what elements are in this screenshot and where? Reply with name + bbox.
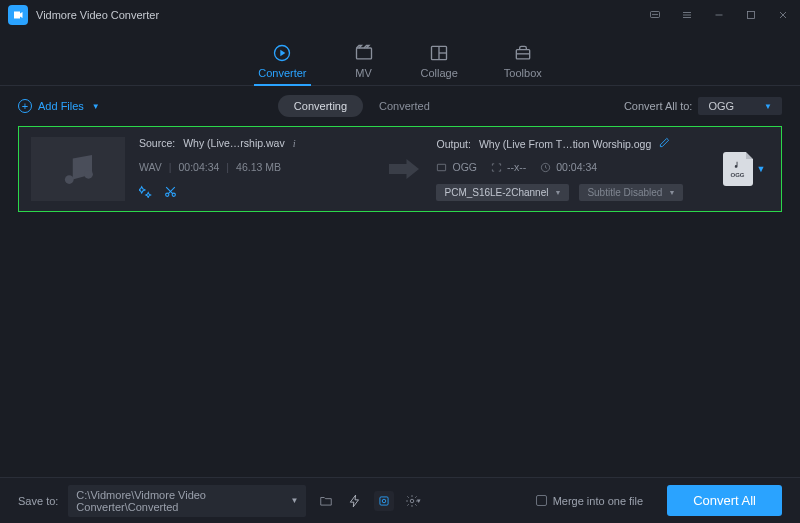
- output-format-chip: OGG: [436, 161, 477, 173]
- output-format-badge[interactable]: OGG: [723, 152, 753, 186]
- svg-point-28: [383, 499, 387, 503]
- collage-icon: [428, 42, 450, 64]
- format-ext: OGG: [731, 172, 745, 178]
- svg-point-1: [653, 14, 654, 15]
- enhance-icon[interactable]: [139, 185, 152, 201]
- tab-label: Toolbox: [504, 67, 542, 79]
- maximize-icon[interactable]: [742, 6, 760, 24]
- minimize-icon[interactable]: [710, 6, 728, 24]
- tab-mv[interactable]: MV: [353, 42, 375, 85]
- note-icon: [732, 160, 743, 171]
- svg-point-29: [411, 499, 415, 503]
- info-icon[interactable]: i: [293, 138, 296, 149]
- toolbox-icon: [512, 42, 534, 64]
- merge-label: Merge into one file: [553, 495, 644, 507]
- svg-rect-25: [438, 164, 446, 170]
- app-title: Vidmore Video Converter: [36, 9, 159, 21]
- format-column: OGG ▼: [719, 137, 769, 201]
- subtabs: Converting Converted: [278, 95, 446, 117]
- menu-icon[interactable]: [678, 6, 696, 24]
- edit-icon[interactable]: [659, 137, 670, 150]
- source-size: 46.13 MB: [236, 161, 281, 173]
- convert-all-button[interactable]: Convert All: [667, 485, 782, 516]
- chevron-down-icon: ▼: [668, 189, 675, 196]
- subtab-converted[interactable]: Converted: [363, 95, 446, 117]
- chevron-down-icon: ▼: [554, 189, 561, 196]
- output-column: Output: Why (Live From T…tion Worship.og…: [436, 137, 705, 201]
- footer: Save to: C:\Vidmore\Vidmore Video Conver…: [0, 477, 800, 523]
- add-files-button[interactable]: + Add Files ▼: [18, 99, 100, 113]
- svg-point-19: [65, 175, 74, 184]
- subtitle-select[interactable]: Subtitle Disabled ▼: [579, 184, 683, 201]
- gpu-icon[interactable]: [374, 491, 394, 511]
- music-note-icon: [57, 148, 99, 190]
- svg-marker-12: [281, 50, 286, 57]
- tab-collage[interactable]: Collage: [421, 42, 458, 85]
- tab-label: Converter: [258, 67, 306, 79]
- convert-all-label: Convert All to:: [624, 100, 692, 112]
- tab-label: Collage: [421, 67, 458, 79]
- file-card[interactable]: Source: Why (Live…rship.wav i WAV | 00:0…: [18, 126, 782, 212]
- main-nav: Converter MV Collage Toolbox: [0, 30, 800, 86]
- convert-all-value: OGG: [708, 100, 734, 112]
- source-filename: Why (Live…rship.wav: [183, 137, 285, 149]
- output-resolution-chip: --x--: [491, 161, 526, 173]
- merge-checkbox[interactable]: Merge into one file: [536, 495, 644, 507]
- hw-accel-off-icon[interactable]: [345, 491, 365, 511]
- tab-label: MV: [355, 67, 372, 79]
- output-duration: 00:04:34: [556, 161, 597, 173]
- svg-rect-8: [748, 12, 755, 19]
- source-format: WAV: [139, 161, 162, 173]
- output-format: OGG: [452, 161, 477, 173]
- settings-icon[interactable]: ▾: [403, 491, 423, 511]
- source-duration: 00:04:34: [178, 161, 219, 173]
- arrow-icon: [386, 137, 422, 201]
- save-path-select[interactable]: C:\Vidmore\Vidmore Video Converter\Conve…: [68, 485, 306, 517]
- chevron-down-icon: ▼: [92, 102, 100, 111]
- svg-rect-27: [380, 496, 388, 504]
- converter-icon: [271, 42, 293, 64]
- convert-all-to: Convert All to: OGG ▼: [624, 97, 782, 115]
- save-to-label: Save to:: [18, 495, 58, 507]
- add-files-label: Add Files: [38, 100, 84, 112]
- feedback-icon[interactable]: [646, 6, 664, 24]
- tab-converter[interactable]: Converter: [258, 42, 306, 85]
- source-label: Source:: [139, 137, 175, 149]
- subtab-converting[interactable]: Converting: [278, 95, 363, 117]
- mv-icon: [353, 42, 375, 64]
- svg-point-2: [655, 14, 656, 15]
- save-path-value: C:\Vidmore\Vidmore Video Converter\Conve…: [76, 489, 290, 513]
- output-duration-chip: 00:04:34: [540, 161, 597, 173]
- titlebar-controls: [646, 6, 792, 24]
- toolbar: + Add Files ▼ Converting Converted Conve…: [0, 86, 800, 126]
- checkbox-icon: [536, 495, 547, 506]
- svg-point-3: [657, 14, 658, 15]
- output-label: Output:: [436, 138, 470, 150]
- chevron-down-icon: ▼: [764, 102, 772, 111]
- output-resolution: --x--: [507, 161, 526, 173]
- cut-icon[interactable]: [164, 185, 177, 201]
- close-icon[interactable]: [774, 6, 792, 24]
- output-filename: Why (Live From T…tion Worship.ogg: [479, 138, 651, 150]
- app-logo: [8, 5, 28, 25]
- tab-toolbox[interactable]: Toolbox: [504, 42, 542, 85]
- titlebar: Vidmore Video Converter: [0, 0, 800, 30]
- app-window: Vidmore Video Converter Converter MV Col…: [0, 0, 800, 523]
- file-list: Source: Why (Live…rship.wav i WAV | 00:0…: [0, 126, 800, 477]
- audio-codec-value: PCM_S16LE-2Channel: [444, 187, 548, 198]
- footer-icons: ▾: [316, 491, 423, 511]
- svg-point-20: [84, 170, 93, 179]
- convert-all-format-select[interactable]: OGG ▼: [698, 97, 782, 115]
- file-thumbnail: [31, 137, 125, 201]
- chevron-down-icon: ▼: [290, 496, 298, 505]
- audio-codec-select[interactable]: PCM_S16LE-2Channel ▼: [436, 184, 569, 201]
- open-folder-icon[interactable]: [316, 491, 336, 511]
- source-column: Source: Why (Live…rship.wav i WAV | 00:0…: [139, 137, 372, 201]
- svg-rect-13: [356, 48, 371, 59]
- subtitle-value: Subtitle Disabled: [587, 187, 662, 198]
- plus-icon: +: [18, 99, 32, 113]
- format-chevron-icon[interactable]: ▼: [757, 164, 766, 174]
